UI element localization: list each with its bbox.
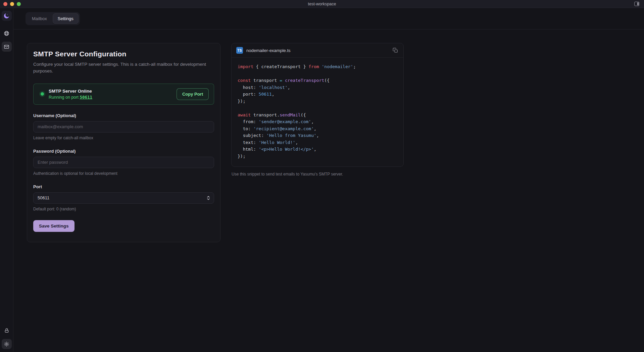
code-card-header: TS nodemailer-example.ts <box>232 43 403 58</box>
code-line: html: '<p>Hello World!</p>', <box>238 146 397 153</box>
typescript-file-icon: TS <box>236 47 243 54</box>
smtp-status-banner: SMTP Server Online Running on port 50611… <box>33 84 214 105</box>
code-line: import { createTransport } from 'nodemai… <box>238 63 397 70</box>
gear-icon <box>4 341 9 347</box>
code-line: subject: 'Hello from Yasumu', <box>238 132 397 139</box>
status-running-text: Running on port <box>49 95 80 100</box>
mail-icon <box>4 44 9 50</box>
window-title: test-workspace <box>0 2 644 6</box>
status-online-dot <box>41 92 44 96</box>
window-controls <box>3 2 21 6</box>
status-title: SMTP Server Online <box>49 89 92 94</box>
sidebar-item-rest[interactable] <box>2 28 12 38</box>
port-label: Port <box>33 184 214 189</box>
toggle-right-sidebar-icon[interactable] <box>634 2 639 6</box>
port-field-group: Port Default port: 0 (random) <box>33 184 214 211</box>
code-line <box>238 105 397 112</box>
titlebar: test-workspace <box>0 0 644 8</box>
code-line: }); <box>238 153 397 160</box>
sidebar-item-settings[interactable] <box>2 339 12 349</box>
code-line: host: 'localhost', <box>238 84 397 91</box>
code-footnote: Use this snippet to send test emails to … <box>231 172 404 177</box>
status-subtitle: Running on port 50611 <box>49 95 92 100</box>
copy-port-button[interactable]: Copy Port <box>177 88 209 100</box>
code-line: }); <box>238 98 397 105</box>
username-label: Username (Optional) <box>33 113 214 118</box>
minimize-window-button[interactable] <box>10 2 14 6</box>
password-input[interactable] <box>33 157 214 168</box>
code-line: to: 'recipient@example.com', <box>238 125 397 133</box>
save-settings-button[interactable]: Save Settings <box>33 220 75 232</box>
password-helper: Authentication is optional for local dev… <box>33 171 214 176</box>
tab-header: Mailbox Settings <box>13 8 644 30</box>
tab-mailbox[interactable]: Mailbox <box>27 13 52 24</box>
password-field-group: Password (Optional) Authentication is op… <box>33 149 214 176</box>
username-helper: Leave empty for catch-all mailbox <box>33 136 214 140</box>
sidebar <box>0 8 13 352</box>
copy-icon <box>393 48 398 53</box>
globe-icon <box>4 31 9 36</box>
code-filename: nodemailer-example.ts <box>246 48 291 53</box>
code-line: await transport.sendMail({ <box>238 112 397 119</box>
tab-group: Mailbox Settings <box>26 12 80 25</box>
port-helper: Default port: 0 (random) <box>33 207 214 211</box>
port-input[interactable] <box>33 192 214 204</box>
sidebar-item-security[interactable] <box>2 325 12 336</box>
page-title: SMTP Server Configuration <box>33 50 214 58</box>
username-input[interactable] <box>33 121 214 133</box>
code-line: from: 'sender@example.com', <box>238 118 397 125</box>
page-description: Configure your local SMTP server setting… <box>33 61 206 75</box>
code-line: text: 'Hello World!', <box>238 139 397 146</box>
close-window-button[interactable] <box>3 2 7 6</box>
code-line: const transport = createTransport({ <box>238 77 397 84</box>
username-field-group: Username (Optional) Leave empty for catc… <box>33 113 214 140</box>
code-snippet-card: TS nodemailer-example.ts import { create… <box>231 43 404 167</box>
copy-code-button[interactable] <box>392 47 399 54</box>
tab-settings[interactable]: Settings <box>53 13 79 24</box>
number-stepper-icon[interactable] <box>206 195 210 201</box>
status-port-link[interactable]: 50611 <box>80 95 92 100</box>
password-label: Password (Optional) <box>33 149 214 154</box>
code-block: import { createTransport } from 'nodemai… <box>232 58 403 166</box>
sidebar-item-mailbox[interactable] <box>2 42 12 52</box>
yasumu-logo-icon[interactable] <box>2 11 12 21</box>
code-line: port: 50611, <box>238 91 397 98</box>
code-line <box>238 70 397 78</box>
maximize-window-button[interactable] <box>17 2 21 6</box>
lock-icon <box>4 328 9 333</box>
smtp-config-card: SMTP Server Configuration Configure your… <box>27 43 220 242</box>
